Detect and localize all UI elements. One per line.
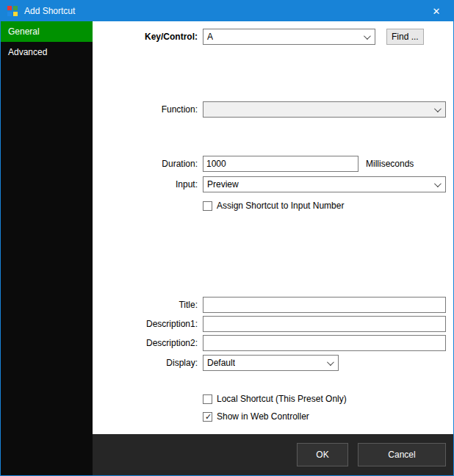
function-row: Function:: [93, 101, 444, 118]
description1-row: Description1:: [93, 316, 444, 332]
assign-shortcut-label: Assign Shortcut to Input Number: [217, 201, 344, 211]
display-row: Display: Default: [93, 355, 444, 371]
sidebar-item-general[interactable]: General: [1, 21, 93, 42]
input-row: Input: Preview: [93, 176, 444, 192]
web-controller-checkbox[interactable]: [203, 412, 212, 422]
function-select[interactable]: [203, 101, 446, 118]
description2-label: Description2:: [93, 338, 198, 348]
title-input[interactable]: [203, 297, 446, 313]
assign-shortcut-row: Assign Shortcut to Input Number: [93, 198, 444, 214]
duration-unit-label: Milliseconds: [366, 159, 414, 169]
function-label: Function:: [93, 104, 198, 115]
sidebar-item-advanced-label: Advanced: [8, 47, 47, 57]
input-label: Input:: [93, 179, 198, 190]
description1-label: Description1:: [93, 319, 198, 329]
title-label: Title:: [93, 300, 198, 310]
general-panel: Key/Control: A Find ... Function: Durati…: [93, 21, 453, 434]
description2-row: Description2:: [93, 335, 444, 351]
local-shortcut-checkbox[interactable]: [203, 394, 212, 404]
key-control-value: A: [203, 32, 213, 42]
web-controller-label: Show in Web Controller: [217, 411, 309, 422]
key-control-row: Key/Control: A Find ...: [93, 29, 444, 45]
chevron-down-icon: [434, 105, 442, 112]
sidebar-item-general-label: General: [8, 26, 40, 37]
local-shortcut-label: Local Shortcut (This Preset Only): [217, 394, 347, 404]
display-value: Default: [203, 358, 235, 368]
chevron-down-icon: [434, 180, 442, 187]
duration-input[interactable]: [203, 156, 358, 172]
display-select[interactable]: Default: [203, 355, 339, 371]
display-label: Display:: [93, 358, 198, 368]
chevron-down-icon: [364, 32, 371, 40]
cancel-button[interactable]: Cancel: [358, 443, 446, 466]
close-icon[interactable]: ✕: [419, 1, 453, 21]
window-title: Add Shortcut: [24, 6, 75, 16]
sidebar-item-advanced[interactable]: Advanced: [1, 42, 93, 62]
local-shortcut-row: Local Shortcut (This Preset Only): [93, 391, 444, 407]
chevron-down-icon: [327, 358, 334, 366]
assign-shortcut-checkbox[interactable]: [203, 201, 212, 211]
add-shortcut-dialog: Add Shortcut ✕ General Advanced Key/Cont…: [0, 0, 454, 476]
key-control-select[interactable]: A: [203, 29, 375, 45]
input-value: Preview: [203, 179, 239, 190]
description1-input[interactable]: [203, 316, 446, 332]
titlebar: Add Shortcut ✕: [1, 1, 453, 21]
footer: OK Cancel: [93, 434, 453, 475]
web-controller-row: Show in Web Controller: [93, 408, 444, 425]
duration-label: Duration:: [93, 159, 198, 169]
ok-button[interactable]: OK: [297, 443, 348, 466]
find-button[interactable]: Find ...: [386, 29, 424, 45]
sidebar: General Advanced: [1, 21, 93, 475]
title-row: Title:: [93, 297, 444, 313]
description2-input[interactable]: [203, 335, 446, 351]
app-icon: [7, 6, 18, 16]
key-control-label: Key/Control:: [93, 32, 198, 42]
duration-row: Duration: Milliseconds: [93, 156, 444, 172]
input-select[interactable]: Preview: [203, 176, 446, 192]
